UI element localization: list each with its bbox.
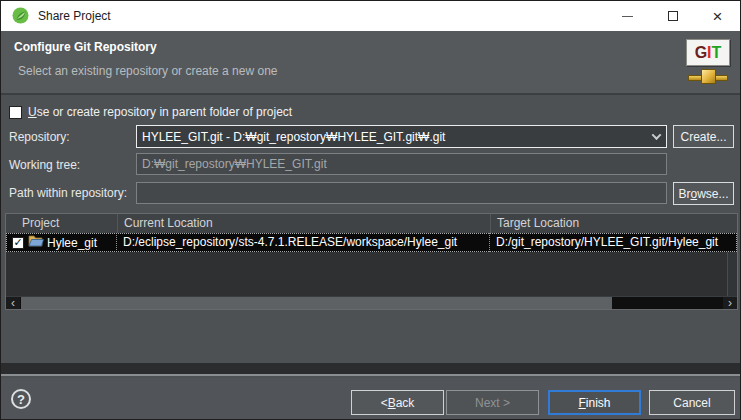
header-corner xyxy=(727,214,737,233)
next-button[interactable]: Next > xyxy=(446,390,539,415)
table-row[interactable]: ✓ Hylee_git D:/eclipse_repository/sts-4.… xyxy=(6,233,737,252)
parent-folder-label: Use or create repository in parent folde… xyxy=(28,105,292,119)
projects-table: Project Current Location Target Location… xyxy=(5,213,738,310)
table-header: Project Current Location Target Location xyxy=(6,214,737,233)
repository-label: Repository: xyxy=(9,130,70,144)
path-within-repo-field[interactable] xyxy=(136,182,667,204)
scrollbar-thumb[interactable] xyxy=(21,297,612,309)
table-empty-area xyxy=(6,252,737,296)
git-letter-t: T xyxy=(712,44,722,62)
git-repository-icon: GIT xyxy=(684,37,732,87)
horizontal-scrollbar[interactable]: ‹ › xyxy=(6,296,737,309)
parent-folder-checkbox[interactable] xyxy=(9,106,22,119)
scroll-right-button[interactable]: › xyxy=(723,297,737,309)
button-bar: ? < Back Next > Finish Cancel xyxy=(1,378,740,420)
repository-combo[interactable]: HYLEE_GIT.git - D:₩git_repostory₩HYLEE_G… xyxy=(136,125,667,148)
close-icon: × xyxy=(713,8,723,25)
chevron-down-icon xyxy=(651,130,661,140)
scrollbar-track[interactable] xyxy=(20,297,723,309)
finish-button[interactable]: Finish xyxy=(548,390,641,415)
share-project-dialog: Share Project × Configure Git Repository… xyxy=(0,0,741,420)
wizard-header: Configure Git Repository Select an exist… xyxy=(1,31,740,95)
vertical-scrollbar[interactable] xyxy=(727,252,737,296)
window-title: Share Project xyxy=(38,1,111,31)
working-tree-field: D:₩git_repostory₩HYLEE_GIT.git xyxy=(136,153,667,175)
minimize-button[interactable] xyxy=(605,1,650,31)
footer-separator xyxy=(1,363,740,376)
cancel-button[interactable]: Cancel xyxy=(649,390,735,415)
current-location-cell: D:/eclipse_repository/sts-4.7.1.RELEASE/… xyxy=(117,233,490,252)
help-button[interactable]: ? xyxy=(11,389,31,409)
project-cell: ✓ Hylee_git xyxy=(6,233,117,252)
target-location-cell: D:/git_repostory/HYLEE_GIT.git/Hylee_git xyxy=(490,233,737,252)
git-letter-g: G xyxy=(695,44,707,62)
maximize-button[interactable] xyxy=(650,1,695,31)
window-controls: × xyxy=(605,1,740,31)
column-header-target-location[interactable]: Target Location xyxy=(490,214,727,233)
parent-folder-option[interactable]: Use or create repository in parent folde… xyxy=(9,105,292,119)
minimize-icon xyxy=(622,16,633,17)
page-title: Configure Git Repository xyxy=(14,40,157,54)
scroll-left-button[interactable]: ‹ xyxy=(6,297,20,309)
git-cube-shape xyxy=(701,69,716,84)
combo-dropdown-button[interactable] xyxy=(646,126,666,147)
maximize-icon xyxy=(668,11,678,21)
page-subtitle: Select an existing repository or create … xyxy=(18,64,277,78)
row-checkbox[interactable]: ✓ xyxy=(12,237,24,249)
create-button[interactable]: Create... xyxy=(673,125,734,148)
column-header-project[interactable]: Project xyxy=(6,214,117,233)
path-within-repo-label: Path within repository: xyxy=(9,186,127,200)
working-tree-label: Working tree: xyxy=(9,158,80,172)
spring-leaf-icon xyxy=(12,7,29,24)
column-header-current-location[interactable]: Current Location xyxy=(117,214,490,233)
close-button[interactable]: × xyxy=(695,1,740,31)
repository-combo-value: HYLEE_GIT.git - D:₩git_repostory₩HYLEE_G… xyxy=(137,130,646,144)
back-button[interactable]: < Back xyxy=(351,390,444,415)
browse-button[interactable]: Browse... xyxy=(673,182,734,205)
titlebar: Share Project × xyxy=(1,1,740,31)
git-logo-plate: GIT xyxy=(686,39,730,66)
open-folder-icon xyxy=(28,234,44,252)
project-name: Hylee_git xyxy=(47,234,97,252)
